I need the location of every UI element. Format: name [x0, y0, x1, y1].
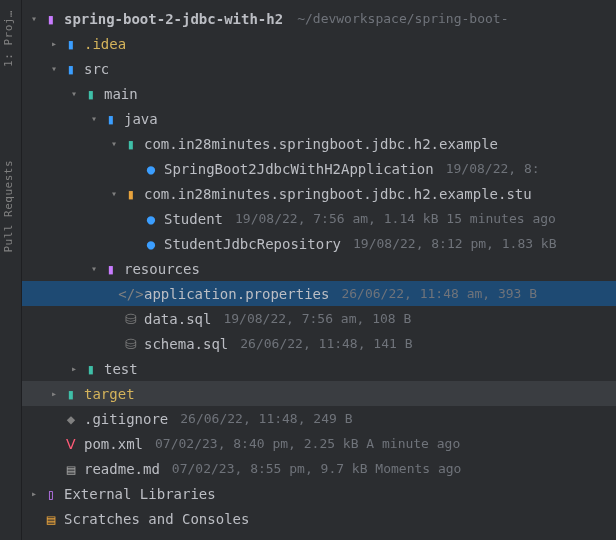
file-readme[interactable]: ▤ readme.md 07/02/23, 8:55 pm, 9.7 kB Mo… — [22, 456, 616, 481]
class-app-label: SpringBoot2JdbcWithH2Application — [164, 161, 434, 177]
resources-folder-icon: ▮ — [102, 261, 120, 277]
ext-lib-label: External Libraries — [64, 486, 216, 502]
scratches-label: Scratches and Consoles — [64, 511, 249, 527]
package-student[interactable]: ▾ ▮ com.in28minutes.springboot.jdbc.h2.e… — [22, 181, 616, 206]
excluded-folder-icon: ▮ — [62, 386, 80, 402]
package-example[interactable]: ▾ ▮ com.in28minutes.springboot.jdbc.h2.e… — [22, 131, 616, 156]
idea-label: .idea — [84, 36, 126, 52]
class-student-meta: 19/08/22, 7:56 am, 1.14 kB 15 minutes ag… — [235, 211, 556, 226]
scratches-icon: ▤ — [42, 511, 60, 527]
idea-folder[interactable]: ▸ ▮ .idea — [22, 31, 616, 56]
chevron-right-icon[interactable]: ▸ — [46, 388, 62, 399]
target-folder[interactable]: ▸ ▮ target — [22, 381, 616, 406]
package-student-label: com.in28minutes.springboot.jdbc.h2.examp… — [144, 186, 532, 202]
readme-meta: 07/02/23, 8:55 pm, 9.7 kB Moments ago — [172, 461, 462, 476]
readme-label: readme.md — [84, 461, 160, 477]
app-props-label: application.properties — [144, 286, 329, 302]
source-folder-icon: ▮ — [102, 111, 120, 127]
project-tree[interactable]: ▾ ▮ spring-boot-2-jdbc-with-h2 ~/devwork… — [22, 0, 616, 531]
tool-window-strip: 1: Proj… Pull Requests — [0, 0, 22, 540]
external-libraries[interactable]: ▸ ▯ External Libraries — [22, 481, 616, 506]
pom-label: pom.xml — [84, 436, 143, 452]
chevron-right-icon[interactable]: ▸ — [66, 363, 82, 374]
project-root[interactable]: ▾ ▮ spring-boot-2-jdbc-with-h2 ~/devwork… — [22, 6, 616, 31]
markdown-icon: ▤ — [62, 461, 80, 477]
test-label: test — [104, 361, 138, 377]
main-folder[interactable]: ▾ ▮ main — [22, 81, 616, 106]
chevron-down-icon[interactable]: ▾ — [86, 113, 102, 124]
properties-file-icon: </> — [122, 286, 140, 302]
chevron-down-icon[interactable]: ▾ — [106, 188, 122, 199]
library-icon: ▯ — [42, 486, 60, 502]
java-folder[interactable]: ▾ ▮ java — [22, 106, 616, 131]
chevron-right-icon[interactable]: ▸ — [46, 38, 62, 49]
chevron-down-icon[interactable]: ▾ — [66, 88, 82, 99]
java-label: java — [124, 111, 158, 127]
chevron-down-icon[interactable]: ▾ — [86, 263, 102, 274]
resources-label: resources — [124, 261, 200, 277]
gitignore-icon: ◆ — [62, 411, 80, 427]
data-sql-label: data.sql — [144, 311, 211, 327]
gitignore-label: .gitignore — [84, 411, 168, 427]
sql-file-icon: ⛁ — [122, 336, 140, 352]
app-props-meta: 26/06/22, 11:48 am, 393 B — [341, 286, 537, 301]
resources-folder[interactable]: ▾ ▮ resources — [22, 256, 616, 281]
project-tool-tab[interactable]: 1: Proj… — [2, 10, 15, 67]
data-sql-meta: 19/08/22, 7:56 am, 108 B — [223, 311, 411, 326]
class-icon: ● — [142, 211, 160, 227]
maven-icon: Ⅴ — [62, 436, 80, 452]
class-repo[interactable]: ● StudentJdbcRepository 19/08/22, 8:12 p… — [22, 231, 616, 256]
src-label: src — [84, 61, 109, 77]
class-repo-label: StudentJdbcRepository — [164, 236, 341, 252]
file-pom[interactable]: Ⅴ pom.xml 07/02/23, 8:40 pm, 2.25 kB A m… — [22, 431, 616, 456]
sql-file-icon: ⛁ — [122, 311, 140, 327]
target-label: target — [84, 386, 135, 402]
chevron-down-icon[interactable]: ▾ — [26, 13, 42, 24]
schema-sql-label: schema.sql — [144, 336, 228, 352]
class-app-meta: 19/08/22, 8: — [446, 161, 540, 176]
chevron-right-icon[interactable]: ▸ — [26, 488, 42, 499]
folder-icon: ▮ — [62, 36, 80, 52]
src-folder[interactable]: ▾ ▮ src — [22, 56, 616, 81]
file-data-sql[interactable]: ⛁ data.sql 19/08/22, 7:56 am, 108 B — [22, 306, 616, 331]
gitignore-meta: 26/06/22, 11:48, 249 B — [180, 411, 352, 426]
folder-icon: ▮ — [62, 61, 80, 77]
chevron-down-icon[interactable]: ▾ — [106, 138, 122, 149]
project-root-icon: ▮ — [42, 11, 60, 27]
class-icon: ● — [142, 161, 160, 177]
pull-requests-tool-tab[interactable]: Pull Requests — [2, 160, 15, 253]
folder-icon: ▮ — [82, 361, 100, 377]
project-root-label: spring-boot-2-jdbc-with-h2 — [64, 11, 283, 27]
class-repo-meta: 19/08/22, 8:12 pm, 1.83 kB — [353, 236, 557, 251]
test-folder[interactable]: ▸ ▮ test — [22, 356, 616, 381]
file-schema-sql[interactable]: ⛁ schema.sql 26/06/22, 11:48, 141 B — [22, 331, 616, 356]
class-student-label: Student — [164, 211, 223, 227]
package-icon: ▮ — [122, 136, 140, 152]
chevron-down-icon[interactable]: ▾ — [46, 63, 62, 74]
file-gitignore[interactable]: ◆ .gitignore 26/06/22, 11:48, 249 B — [22, 406, 616, 431]
schema-sql-meta: 26/06/22, 11:48, 141 B — [240, 336, 412, 351]
scratches-consoles[interactable]: ▤ Scratches and Consoles — [22, 506, 616, 531]
pom-meta: 07/02/23, 8:40 pm, 2.25 kB A minute ago — [155, 436, 460, 451]
file-application-properties[interactable]: </> application.properties 26/06/22, 11:… — [22, 281, 616, 306]
main-label: main — [104, 86, 138, 102]
package-icon: ▮ — [122, 186, 140, 202]
project-root-path: ~/devworkspace/spring-boot- — [297, 11, 508, 26]
class-student[interactable]: ● Student 19/08/22, 7:56 am, 1.14 kB 15 … — [22, 206, 616, 231]
package-example-label: com.in28minutes.springboot.jdbc.h2.examp… — [144, 136, 498, 152]
class-app[interactable]: ● SpringBoot2JdbcWithH2Application 19/08… — [22, 156, 616, 181]
folder-icon: ▮ — [82, 86, 100, 102]
class-icon: ● — [142, 236, 160, 252]
